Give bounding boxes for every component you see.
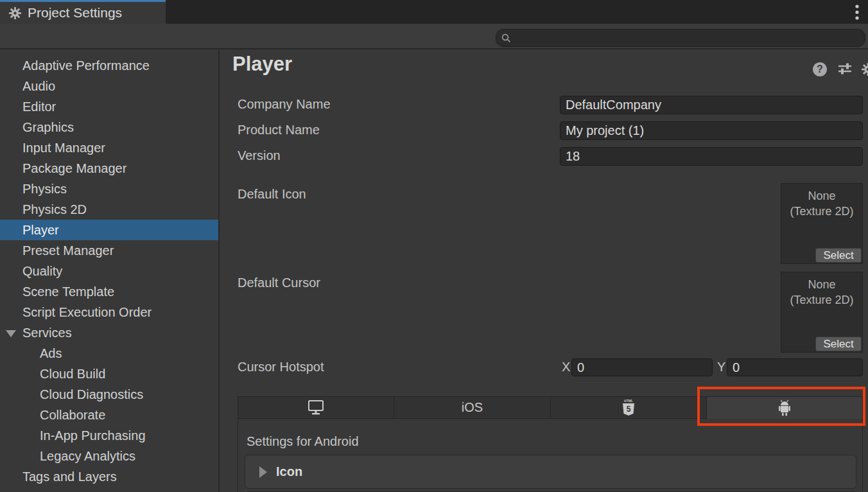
- sidebar-item-editor[interactable]: Editor: [0, 96, 220, 117]
- foldout-expanded-icon[interactable]: [6, 330, 16, 337]
- android-icon: [776, 399, 793, 417]
- svg-text:5: 5: [626, 405, 630, 414]
- product-name-input[interactable]: [560, 121, 863, 140]
- sidebar-item-physics[interactable]: Physics: [0, 179, 220, 199]
- tab-platform-ios[interactable]: iOS: [394, 397, 550, 419]
- texture-none-line2: (Texture 2D): [781, 292, 862, 308]
- settings-gear-icon[interactable]: [861, 62, 868, 76]
- html5-icon: HTML 5: [621, 399, 636, 417]
- version-label: Version: [238, 148, 281, 163]
- sidebar-item-preset-manager[interactable]: Preset Manager: [0, 240, 220, 261]
- settings-for-android-header: Settings for Android: [247, 434, 359, 449]
- hotspot-x-label: X: [562, 360, 570, 374]
- settings-sidebar: Adaptive Performance Audio Editor Graphi…: [0, 51, 220, 492]
- sidebar-item-tags-and-layers[interactable]: Tags and Layers: [0, 466, 220, 487]
- sidebar-item-physics-2d[interactable]: Physics 2D: [0, 199, 220, 220]
- tab-platform-standalone[interactable]: [238, 397, 394, 419]
- tab-title: Project Settings: [28, 5, 122, 21]
- default-icon-select-button[interactable]: Select: [815, 248, 862, 263]
- sidebar-item-legacy-analytics[interactable]: Legacy Analytics: [0, 446, 220, 466]
- sidebar-item-collaborate[interactable]: Collaborate: [0, 405, 220, 425]
- company-name-label: Company Name: [238, 97, 331, 112]
- gear-icon: [8, 6, 22, 20]
- sidebar-item-ads[interactable]: Ads: [0, 343, 220, 364]
- tab-platform-android[interactable]: [707, 397, 862, 419]
- sidebar-item-input-manager[interactable]: Input Manager: [0, 137, 220, 158]
- texture-none-line1: None: [781, 188, 862, 204]
- sidebar-item-cloud-build[interactable]: Cloud Build: [0, 364, 220, 384]
- toolbar: [0, 24, 868, 49]
- cursor-hotspot-label: Cursor Hotspot: [238, 360, 324, 374]
- tab-project-settings[interactable]: Project Settings: [0, 0, 166, 24]
- foldout-collapsed-icon[interactable]: [259, 466, 267, 478]
- sidebar-item-textmesh-pro[interactable]: TextMesh Pro: [0, 487, 220, 492]
- icon-foldout[interactable]: Icon: [245, 455, 856, 489]
- ios-label: iOS: [462, 400, 483, 415]
- default-icon-texture-well[interactable]: None (Texture 2D) Select: [781, 183, 863, 264]
- search-input[interactable]: [515, 31, 860, 45]
- monitor-icon: [307, 400, 325, 416]
- sidebar-item-quality[interactable]: Quality: [0, 261, 220, 281]
- default-cursor-select-button[interactable]: Select: [815, 337, 862, 351]
- texture-none-line1: None: [781, 277, 862, 292]
- sidebar-item-cloud-diagnostics[interactable]: Cloud Diagnostics: [0, 384, 220, 405]
- sidebar-item-audio[interactable]: Audio: [0, 76, 220, 96]
- sidebar-item-graphics[interactable]: Graphics: [0, 117, 220, 137]
- default-icon-label: Default Icon: [238, 187, 306, 202]
- hotspot-y-label: Y: [717, 360, 725, 374]
- sidebar-item-script-execution-order[interactable]: Script Execution Order: [0, 302, 220, 322]
- default-cursor-texture-well[interactable]: None (Texture 2D) Select: [781, 272, 863, 353]
- sidebar-item-in-app-purchasing[interactable]: In-App Purchasing: [0, 425, 220, 446]
- sidebar-item-package-manager[interactable]: Package Manager: [0, 158, 220, 179]
- help-icon[interactable]: ?: [813, 62, 827, 76]
- page-title: Player: [232, 53, 292, 76]
- hotspot-x-input[interactable]: [571, 358, 713, 376]
- sidebar-item-label: Services: [22, 326, 72, 340]
- project-settings-window: Project Settings Adaptive Performance Au…: [0, 0, 868, 492]
- platform-tab-bar: iOS HTML 5: [238, 397, 862, 419]
- version-input[interactable]: [560, 147, 863, 166]
- search-icon: [501, 33, 511, 43]
- sidebar-item-services[interactable]: Services: [0, 322, 220, 343]
- texture-none-line2: (Texture 2D): [781, 204, 862, 219]
- window-tab-strip: Project Settings: [0, 0, 868, 24]
- hotspot-y-input[interactable]: [727, 358, 863, 376]
- default-cursor-label: Default Cursor: [238, 276, 320, 290]
- product-name-label: Product Name: [238, 123, 320, 137]
- sidebar-item-player[interactable]: Player: [0, 220, 220, 240]
- preset-sliders-icon[interactable]: [838, 62, 852, 75]
- icon-foldout-label: Icon: [276, 464, 302, 479]
- kebab-menu-icon[interactable]: [850, 3, 864, 22]
- company-name-input[interactable]: [560, 96, 863, 114]
- search-field[interactable]: [496, 29, 865, 47]
- svg-text:HTML: HTML: [624, 399, 633, 403]
- sidebar-item-scene-template[interactable]: Scene Template: [0, 281, 220, 302]
- platform-settings-panel: iOS HTML 5: [238, 396, 863, 492]
- sidebar-item-adaptive-performance[interactable]: Adaptive Performance: [0, 55, 220, 76]
- tab-platform-webgl[interactable]: HTML 5: [551, 397, 707, 419]
- player-settings-panel: Player ? Company Name: [221, 51, 868, 492]
